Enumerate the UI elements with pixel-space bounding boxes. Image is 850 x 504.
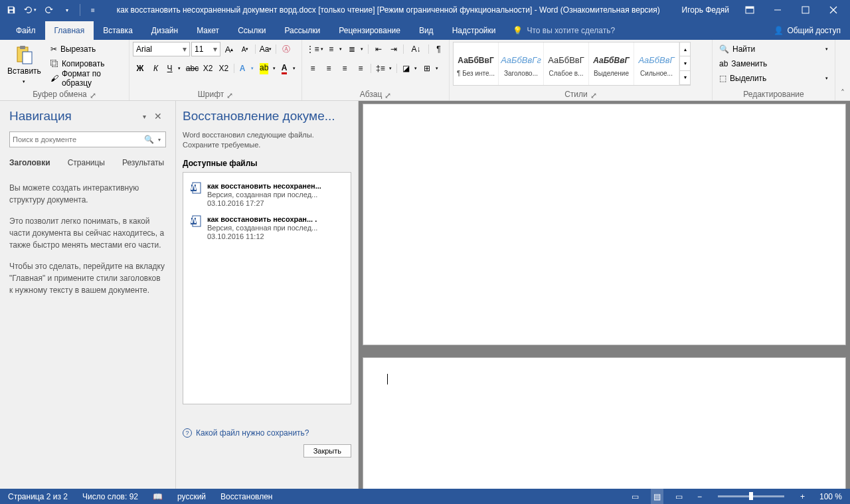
recovery-file-item[interactable]: W как восстановить несохран... . Версия,… [187,211,347,244]
status-page[interactable]: Страница 2 из 2 [5,489,70,504]
find-button[interactable]: 🔍Найти▾ [716,42,831,56]
close-icon[interactable] [819,0,847,20]
style-strong[interactable]: АаБбВвГСильное... [634,42,679,85]
style-emphasis[interactable]: АаБбВвГВыделение [589,42,634,85]
paste-button[interactable]: Вставить ▾ [3,42,45,87]
zoom-out-icon[interactable]: − [695,489,705,504]
text-effects-icon[interactable]: A▾ [237,61,256,76]
tab-review[interactable]: Рецензирование [329,21,410,40]
tell-me-search[interactable]: 💡Что вы хотите сделать? [505,21,623,40]
format-painter-button[interactable]: 🖌Формат по образцу [47,71,126,86]
font-launcher-icon[interactable]: ⤢ [226,91,233,98]
undo-icon[interactable]: ▾ [21,1,39,19]
save-icon[interactable] [3,1,20,19]
qat-more-icon[interactable]: ≡ [84,1,102,19]
maximize-icon[interactable] [792,0,819,20]
tab-mailings[interactable]: Рассылки [275,21,329,40]
nav-tab-pages[interactable]: Страницы [68,155,112,170]
zoom-level[interactable]: 100 % [817,489,845,504]
font-name-combo[interactable]: Arial▾ [133,42,190,56]
document-page-1[interactable] [363,104,846,345]
bold-icon[interactable]: Ж [133,61,147,76]
search-dropdown-icon[interactable]: ▾ [156,137,163,143]
numbering-icon[interactable]: ≡▾ [326,42,345,56]
search-icon[interactable]: 🔍 [142,135,156,144]
navigation-search-input[interactable] [13,135,142,143]
styles-launcher-icon[interactable]: ⤢ [590,91,597,98]
tab-home[interactable]: Главная [45,21,94,40]
recovery-file-item[interactable]: W как восстановить несохранен... Версия,… [187,178,347,211]
zoom-slider[interactable] [718,495,784,497]
clipboard-launcher-icon[interactable]: ⤢ [90,91,96,98]
tab-addins[interactable]: Надстройки [443,21,505,40]
italic-icon[interactable]: К [149,61,163,76]
nav-tab-headings[interactable]: Заголовки [9,155,57,170]
styles-expand-icon[interactable]: ▾ [680,71,690,85]
tab-file[interactable]: Файл [7,21,45,40]
shading-icon[interactable]: ◪▾ [400,61,420,76]
bullets-icon[interactable]: ⋮≡▾ [305,42,325,56]
view-read-icon[interactable]: ▭ [629,489,641,504]
strikethrough-icon[interactable]: abc [185,61,200,76]
align-right-icon[interactable]: ≡ [337,61,352,76]
font-color-icon[interactable]: A▾ [279,61,298,76]
styles-scroll-up-icon[interactable]: ▴ [680,42,690,56]
tab-references[interactable]: Ссылки [228,21,275,40]
status-language[interactable]: русский [175,489,209,504]
recovery-help-link[interactable]: ?Какой файл нужно сохранить? [183,428,351,438]
replace-button[interactable]: abЗаменить [716,56,831,71]
tab-layout[interactable]: Макет [187,21,228,40]
sort-icon[interactable]: A↓ [406,42,426,56]
navigation-close-icon[interactable]: ✕ [150,110,166,123]
font-group-label: Шрифт [198,90,224,99]
tab-view[interactable]: Вид [410,21,443,40]
align-left-icon[interactable]: ≡ [305,61,320,76]
tab-insert[interactable]: Вставка [94,21,142,40]
document-page-2[interactable] [363,357,846,489]
zoom-in-icon[interactable]: + [798,489,808,504]
tab-design[interactable]: Дизайн [142,21,187,40]
superscript-icon[interactable]: X2 [216,61,231,76]
document-area[interactable] [359,101,850,489]
show-marks-icon[interactable]: ¶ [432,42,446,56]
cut-button[interactable]: ✂Вырезать [47,42,126,56]
styles-gallery[interactable]: АаБбВвГ¶ Без инте... АаБбВвГгЗаголово...… [453,42,691,86]
collapse-ribbon-icon[interactable]: ˄ [841,88,845,98]
align-center-icon[interactable]: ≡ [321,61,336,76]
clear-formatting-icon[interactable]: Ⓐ [279,42,294,56]
status-spellcheck-icon[interactable]: 📖 [150,489,165,504]
status-words[interactable]: Число слов: 92 [80,489,141,504]
status-recovered[interactable]: Восстановлен [218,489,275,504]
ribbon-display-icon[interactable] [736,0,764,20]
font-size-combo[interactable]: 11▾ [191,42,220,56]
share-button[interactable]: 👤Общий доступ [764,21,850,40]
highlight-icon[interactable]: ab▾ [258,61,277,76]
increase-indent-icon[interactable]: ⇥ [386,42,400,56]
borders-icon[interactable]: ⊞▾ [421,61,441,76]
line-spacing-icon[interactable]: ‡≡▾ [374,61,394,76]
style-subtle[interactable]: АаБбВвГСлабое в... [544,42,589,85]
minimize-icon[interactable] [764,0,792,20]
styles-scroll-down-icon[interactable]: ▾ [680,56,690,70]
recovery-message: Word восстановил следующие файлы. Сохран… [183,130,351,151]
redo-icon[interactable] [40,1,57,19]
decrease-indent-icon[interactable]: ⇤ [371,42,385,56]
style-normal[interactable]: АаБбВвГ¶ Без инте... [454,42,499,85]
navigation-search[interactable]: 🔍 ▾ [9,131,166,147]
change-case-icon[interactable]: Aa▾ [258,42,273,56]
grow-font-icon[interactable]: A▴ [222,42,236,56]
recovery-close-button[interactable]: Закрыть [303,444,351,458]
nav-tab-results[interactable]: Результаты [122,155,171,170]
navigation-menu-icon[interactable]: ▾ [139,112,150,122]
view-print-icon[interactable]: ▤ [651,489,663,504]
style-heading[interactable]: АаБбВвГгЗаголово... [499,42,544,85]
select-button[interactable]: ⬚Выделить▾ [716,71,831,86]
justify-icon[interactable]: ≡ [353,61,368,76]
underline-icon[interactable]: Ч▾ [164,61,183,76]
multilevel-icon[interactable]: ≣▾ [346,42,365,56]
qat-customize-icon[interactable]: ▾ [58,1,76,19]
view-web-icon[interactable]: ▭ [673,489,685,504]
subscript-icon[interactable]: X2 [201,61,215,76]
paragraph-launcher-icon[interactable]: ⤢ [384,91,391,98]
shrink-font-icon[interactable]: A▾ [238,42,252,56]
